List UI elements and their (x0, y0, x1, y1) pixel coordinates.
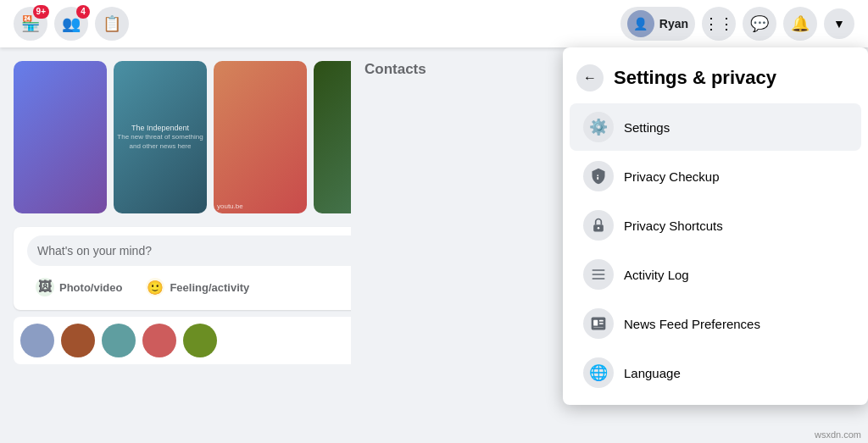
account-dropdown-button[interactable]: ▼ (824, 8, 854, 39)
settings-icon: ⚙️ (583, 112, 614, 142)
feeling-activity-label: Feeling/activity (170, 281, 249, 294)
story-background: youtu.be (214, 61, 307, 213)
dropdown-header: ← Settings & privacy (563, 54, 868, 102)
bell-icon: 🔔 (791, 14, 810, 33)
news-feed-prefs-item[interactable]: News Feed Preferences (570, 300, 861, 347)
feed-icon: 📋 (103, 14, 121, 33)
feed-nav-button[interactable]: 📋 (95, 7, 129, 41)
user-profile-button[interactable]: 👤 Ryan (620, 7, 695, 41)
notifications-button[interactable]: 🔔 (783, 7, 817, 41)
back-icon: ← (583, 70, 597, 86)
person-avatar (20, 324, 54, 357)
svg-rect-5 (593, 274, 605, 275)
photo-icon: 🖼 (36, 278, 54, 296)
privacy-shortcuts-icon (583, 210, 614, 241)
privacy-checkup-label: Privacy Checkup (624, 169, 720, 184)
store-badge: 9+ (33, 5, 49, 19)
contacts-header: Contacts (358, 61, 556, 85)
language-item[interactable]: 🌐 Language (570, 349, 861, 396)
svg-point-3 (598, 227, 600, 230)
story-caption: The Independent (131, 124, 189, 134)
svg-rect-8 (593, 320, 598, 326)
story-card[interactable]: youtu.be (214, 61, 307, 213)
navbar-right: 👤 Ryan ⋮⋮ 💬 🔔 ▼ (620, 7, 854, 41)
photo-video-label: Photo/video (59, 281, 122, 294)
svg-rect-0 (597, 174, 598, 176)
watermark: wsxdn.com (815, 429, 861, 440)
settings-privacy-dropdown: ← Settings & privacy ⚙️ Settings Privacy… (563, 47, 868, 405)
avatar-letter: 👤 (633, 17, 648, 30)
svg-rect-11 (593, 327, 604, 328)
svg-rect-9 (599, 320, 604, 322)
contacts-panel: Contacts (351, 47, 563, 443)
story-text: The new threat of something and other ne… (117, 133, 203, 151)
navbar-left: 🏪 9+ 👥 4 📋 (14, 7, 129, 41)
privacy-shortcuts-label: Privacy Shortcuts (624, 219, 723, 233)
story-background: The Independent The new threat of someth… (114, 61, 207, 213)
settings-item[interactable]: ⚙️ Settings (570, 103, 861, 151)
story-background (14, 61, 107, 213)
activity-log-label: Activity Log (624, 268, 689, 282)
person-avatar (183, 324, 217, 357)
svg-rect-1 (597, 177, 598, 180)
story-card[interactable] (14, 61, 107, 213)
feeling-activity-button[interactable]: 🙂 Feeling/activity (137, 273, 258, 302)
privacy-checkup-item[interactable]: Privacy Checkup (570, 152, 861, 200)
main-content: The Independent The new threat of someth… (0, 47, 868, 443)
back-button[interactable]: ← (576, 64, 604, 91)
messenger-button[interactable]: 💬 (743, 7, 776, 41)
grid-icon: ⋮⋮ (704, 14, 734, 33)
language-label: Language (624, 366, 681, 380)
story-link: youtu.be (217, 202, 243, 210)
dropdown-title: Settings & privacy (614, 67, 776, 89)
person-avatar (142, 324, 176, 357)
messenger-icon: 💬 (750, 14, 769, 33)
navbar: 🏪 9+ 👥 4 📋 👤 Ryan ⋮⋮ 💬 🔔 ▼ (0, 0, 868, 47)
story-card[interactable]: The Independent The new threat of someth… (114, 61, 207, 213)
friends-icon: 👥 (62, 14, 81, 33)
settings-label: Settings (624, 120, 670, 135)
activity-log-icon (583, 259, 614, 290)
news-feed-icon (583, 308, 614, 339)
photo-video-button[interactable]: 🖼 Photo/video (27, 273, 131, 302)
person-avatar (61, 324, 95, 357)
friends-badge: 4 (76, 5, 90, 19)
privacy-checkup-icon (583, 161, 614, 191)
language-icon: 🌐 (583, 357, 614, 388)
svg-rect-4 (593, 269, 605, 271)
person-avatar (102, 324, 136, 357)
store-nav-button[interactable]: 🏪 9+ (14, 7, 47, 41)
friends-nav-button[interactable]: 👥 4 (54, 7, 88, 41)
news-feed-prefs-label: News Feed Preferences (624, 317, 760, 331)
post-placeholder: What's on your mind? (37, 244, 152, 257)
user-name-label: Ryan (659, 17, 688, 30)
feeling-icon: 🙂 (146, 278, 164, 296)
avatar: 👤 (627, 10, 654, 37)
activity-log-item[interactable]: Activity Log (570, 251, 861, 298)
apps-button[interactable]: ⋮⋮ (702, 7, 736, 41)
privacy-shortcuts-item[interactable]: Privacy Shortcuts (570, 202, 861, 249)
svg-rect-10 (599, 323, 604, 324)
chevron-down-icon: ▼ (833, 17, 845, 30)
svg-rect-6 (593, 278, 605, 280)
